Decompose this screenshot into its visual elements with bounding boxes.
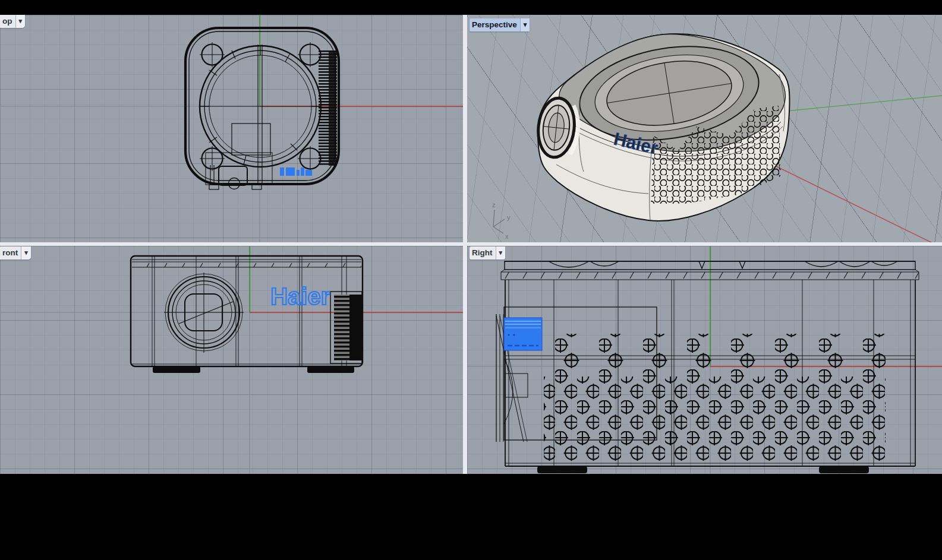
- top-view-drawing: [0, 15, 463, 242]
- top-view-model[interactable]: [185, 28, 339, 189]
- viewport-front[interactable]: Haier ront ▾: [0, 246, 463, 474]
- perspective-axes: [776, 96, 942, 242]
- viewport-menu-arrow-icon[interactable]: ▾: [21, 246, 31, 260]
- viewport-title-right[interactable]: Right ▾: [470, 246, 505, 260]
- viewport-title-top-text[interactable]: op: [0, 15, 15, 28]
- focus-knob: [330, 292, 362, 363]
- brand-text-selected-front[interactable]: Haier: [270, 283, 330, 309]
- axis-gizmo: z y x: [492, 201, 511, 240]
- speaker-holes-sparse: [544, 334, 886, 377]
- viewport-top[interactable]: op ▾: [0, 15, 463, 242]
- front-view-drawing: Haier: [0, 246, 463, 474]
- foot-right: [307, 366, 354, 373]
- viewport-divider-horizontal[interactable]: [0, 242, 942, 246]
- gizmo-z-label: z: [492, 201, 496, 208]
- viewport-title-top[interactable]: op ▾: [0, 15, 25, 28]
- foot-right: [819, 466, 869, 473]
- viewport-title-front[interactable]: ront ▾: [0, 246, 31, 260]
- foot-left: [153, 366, 200, 373]
- lid-scallops: [549, 261, 897, 268]
- side-lens: [535, 96, 581, 159]
- viewport-title-front-text[interactable]: ront: [0, 246, 21, 260]
- black-bar-bottom: [0, 474, 942, 560]
- front-lens: [164, 273, 244, 353]
- viewport-title-perspective-text[interactable]: Perspective: [470, 18, 520, 31]
- speaker-holes-dense: [544, 377, 886, 461]
- front-view-axes: [0, 246, 463, 474]
- viewport-perspective[interactable]: Haier z y x Perspective ▾: [467, 15, 942, 242]
- viewport-divider-vertical[interactable]: [463, 15, 467, 474]
- viewport-title-perspective[interactable]: Perspective ▾: [470, 18, 530, 31]
- viewport-menu-arrow-icon[interactable]: ▾: [520, 18, 530, 31]
- front-view-model[interactable]: [131, 256, 363, 373]
- selected-object[interactable]: [504, 318, 542, 350]
- gizmo-x-label: x: [505, 233, 509, 240]
- perspective-drawing: Haier z y x: [467, 15, 942, 242]
- viewport-menu-arrow-icon[interactable]: ▾: [15, 15, 26, 28]
- perspective-model[interactable]: Haier: [535, 34, 790, 221]
- gizmo-y-label: y: [507, 214, 511, 221]
- foot-left: [537, 466, 587, 473]
- viewport-right[interactable]: Right ▾: [467, 246, 942, 474]
- application-window: op ▾: [0, 0, 942, 560]
- black-bar-top: [0, 0, 942, 15]
- right-view-model[interactable]: [496, 261, 919, 473]
- viewport-menu-arrow-icon[interactable]: ▾: [496, 246, 506, 260]
- right-view-drawing: [467, 246, 942, 474]
- viewport-title-right-text[interactable]: Right: [470, 246, 496, 260]
